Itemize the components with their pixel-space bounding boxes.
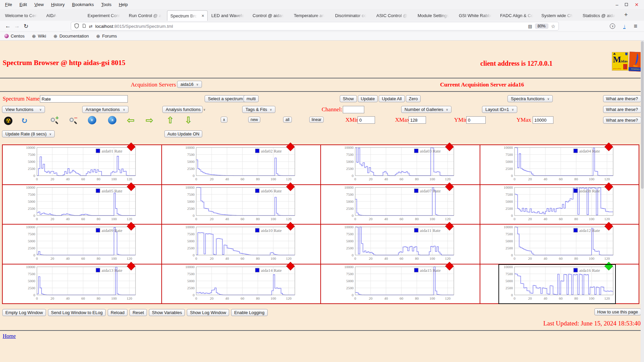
reload-icon[interactable]: ↻ — [21, 23, 31, 30]
menu-view[interactable]: View — [31, 2, 47, 7]
tab-statistics-aida[interactable]: Statistics @ aida — [580, 10, 620, 21]
what-are-these-button-3[interactable]: What are these? — [603, 117, 641, 124]
update-button[interactable]: Update — [358, 95, 378, 102]
close-icon[interactable]: ✕ — [635, 2, 639, 7]
bookmark-forums[interactable]: ⊕Forums — [96, 34, 117, 39]
multi-button[interactable]: multi — [244, 95, 259, 102]
spectrum-cell-aida06[interactable]: 025005000750010000020406080100120aida06 … — [162, 185, 321, 224]
show-log-window-button[interactable]: Show Log Window — [187, 309, 229, 316]
move-right-icon[interactable]: ⇨ — [146, 115, 153, 126]
all-button[interactable]: all — [283, 117, 292, 123]
tab-gsi-white-rabbi[interactable]: GSI White Rabbi — [456, 10, 496, 21]
midas-logo[interactable]: Midas powered byʃ — [612, 52, 629, 71]
tab-aida[interactable]: AIDA — [43, 10, 84, 21]
number-of-galleries-select[interactable]: Number of Galleries∨ — [401, 106, 451, 113]
layout-id-select[interactable]: Layout ID=1∨ — [482, 106, 517, 113]
spectrum-cell-aida07[interactable]: 025005000750010000020406080100120aida07 … — [321, 185, 480, 224]
tab-module-settings[interactable]: Module Settings — [415, 10, 455, 21]
app-menu-icon[interactable]: ≡ — [634, 23, 637, 30]
spectrum-cell-aida03[interactable]: 025005000750010000020406080100120aida03 … — [321, 145, 480, 184]
move-down-icon[interactable]: ⇩ — [184, 115, 192, 126]
tab-control-aidas[interactable]: Control @ aidas — [250, 10, 290, 21]
spectrum-cell-aida13[interactable]: 025005000750010000020406080100120aida13 … — [3, 264, 161, 304]
tab-welcome-to-cen[interactable]: Welcome to Cen — [2, 10, 43, 21]
page-info-icon[interactable] — [82, 23, 86, 29]
refresh-icon[interactable]: ↻ — [21, 116, 28, 125]
analysis-functions-select[interactable]: Analysis functions∨ — [162, 106, 203, 113]
shield-icon[interactable] — [74, 23, 79, 29]
new-button[interactable]: new — [248, 117, 260, 123]
tab-system-wide-ch[interactable]: System wide Ch — [538, 10, 579, 21]
move-up-icon[interactable]: ⇧ — [166, 115, 174, 126]
permissions-icon[interactable]: ⇄ — [89, 24, 93, 28]
maximize-icon[interactable] — [625, 3, 628, 6]
spectrum-name-input[interactable] — [40, 95, 128, 103]
move-left-icon[interactable]: ⇦ — [127, 115, 135, 126]
spectrum-cell-aida08[interactable]: 025005000750010000020406080100120aida08 … — [480, 185, 639, 224]
bookmark-centos[interactable]: Centos — [4, 34, 24, 39]
ymin-input[interactable] — [466, 116, 486, 124]
page-scrollbar[interactable] — [641, 41, 644, 362]
reset-button[interactable]: Reset — [129, 309, 147, 316]
what-are-these-button-1[interactable]: What are these? — [603, 95, 641, 102]
new-tab-button[interactable]: + — [621, 11, 631, 18]
zero-button[interactable]: Zero — [406, 95, 421, 102]
bookmark-star-icon[interactable]: ☆ — [551, 24, 555, 29]
send-log-window-to-elog-button[interactable]: Send Log Window to ELog — [48, 309, 106, 316]
reader-mode-icon[interactable]: ▤ — [528, 24, 532, 28]
tab-discriminator-co[interactable]: Discriminator co — [332, 10, 373, 21]
menu-history[interactable]: History — [47, 2, 68, 7]
pocket-icon[interactable]: ∨ — [610, 23, 615, 29]
how-to-use-button[interactable]: How to use this page — [594, 308, 641, 315]
spectra-functions-select[interactable]: Spectra functions∨ — [507, 95, 553, 102]
ymax-input[interactable] — [533, 116, 553, 124]
arrange-functions-select[interactable]: Arrange functions∨ — [82, 106, 128, 113]
minimize-icon[interactable]: – — [615, 2, 618, 7]
reload-button[interactable]: Reload — [108, 309, 127, 316]
spectrum-cell-aida12[interactable]: 025005000750010000020406080100120aida12 … — [480, 225, 639, 264]
channel-input[interactable] — [343, 106, 364, 113]
zoom-out-icon[interactable]: − — [69, 116, 78, 125]
menu-file[interactable]: File — [1, 2, 16, 7]
show-button[interactable]: Show — [340, 95, 357, 102]
tab-experiment-cont[interactable]: Experiment Cont — [85, 10, 125, 21]
scrollbar-thumb[interactable] — [641, 41, 644, 189]
what-are-these-button-2[interactable]: What are these? — [603, 106, 641, 113]
page-up-icon[interactable]: » — [108, 116, 116, 124]
downloads-icon[interactable]: ↓ — [623, 23, 626, 29]
auto-update-button[interactable]: Auto Update ON — [164, 130, 202, 137]
zoom-in-icon[interactable]: + — [50, 116, 59, 125]
update-rate-select[interactable]: Update Rate (8 secs)∨ — [2, 130, 55, 137]
spectrum-cell-aida05[interactable]: 025005000750010000020406080100120aida05 … — [3, 185, 161, 224]
update-all-button[interactable]: Update All — [379, 95, 405, 102]
menu-help[interactable]: Help — [115, 2, 131, 7]
spectrum-cell-aida09[interactable]: 025005000750010000020406080100120aida09 … — [3, 225, 161, 264]
spectrum-cell-aida16[interactable]: 025005000750010000020406080100120aida16 … — [480, 264, 639, 304]
page-down-icon[interactable]: » — [88, 116, 96, 124]
back-icon[interactable]: ← — [3, 23, 12, 29]
url-bar[interactable]: ⇄ localhost:8015/Spectrum/Spectrum.tml ▤… — [71, 22, 559, 31]
menu-bookmarks[interactable]: Bookmarks — [68, 2, 98, 7]
tags-fits-select[interactable]: Tags & Fits∨ — [242, 106, 275, 113]
xmax-input[interactable] — [409, 116, 426, 124]
acquisition-server-select[interactable]: aida16∨ — [177, 81, 202, 88]
tab-temperature-an[interactable]: Temperature an — [291, 10, 331, 21]
url-text[interactable]: localhost:8015/Spectrum/Spectrum.tml — [95, 24, 173, 29]
home-link[interactable]: Home — [3, 333, 16, 339]
tcl-powered-logo[interactable]: TCL! POWERED — [629, 52, 642, 71]
spectrum-cell-aida01[interactable]: 025005000750010000020406080100120aida01 … — [3, 145, 161, 184]
tab-led-and-wavefo[interactable]: LED and Wavefo — [208, 10, 249, 21]
xmin-input[interactable] — [358, 116, 375, 124]
empty-log-window-button[interactable]: Empty Log Window — [2, 309, 46, 316]
bookmark-wiki[interactable]: ⊕Wiki — [32, 34, 46, 39]
spectrum-cell-aida02[interactable]: 025005000750010000020406080100120aida02 … — [162, 145, 321, 184]
tab-close-icon[interactable]: × — [200, 13, 204, 18]
menu-tools[interactable]: Tools — [98, 2, 115, 7]
linear-button[interactable]: linear — [309, 117, 324, 123]
tab-asic-control[interactable]: ASIC Control @ — [373, 10, 414, 21]
radiation-icon[interactable]: ☢ — [4, 117, 12, 125]
tab-spectrum-bro[interactable]: Spectrum Bro× — [167, 10, 208, 21]
bookmark-documentation[interactable]: ⊕Documentation — [53, 34, 89, 39]
zoom-level-badge[interactable]: 80% — [535, 23, 548, 29]
spectrum-cell-aida04[interactable]: 025005000750010000020406080100120aida04 … — [480, 145, 639, 184]
